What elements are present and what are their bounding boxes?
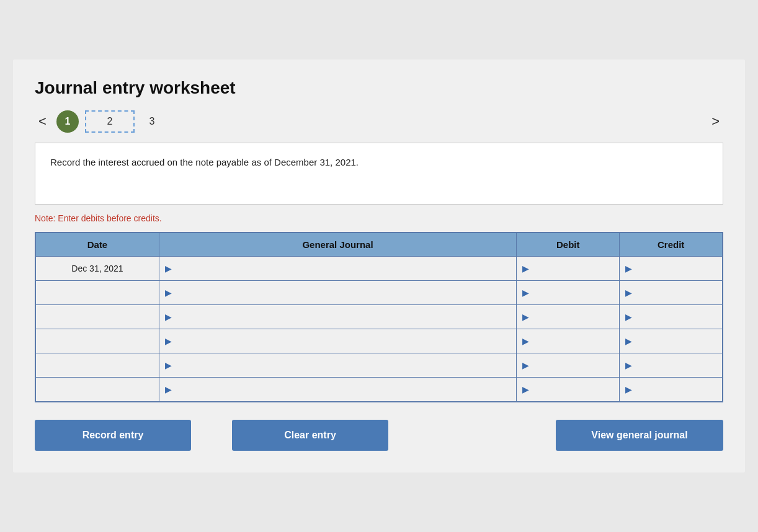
debit-arrow-icon: ▶ [519, 384, 529, 394]
debit-arrow-icon: ▶ [519, 264, 529, 273]
credit-cell[interactable]: ▶ [620, 378, 723, 402]
date-cell [35, 305, 159, 329]
view-general-journal-button[interactable]: View general journal [556, 420, 723, 451]
buttons-row: Record entry Clear entry View general jo… [35, 420, 723, 451]
debit-cell[interactable]: ▶ [517, 305, 620, 329]
row-arrow-icon: ▶ [162, 264, 172, 273]
clear-entry-button[interactable]: Clear entry [232, 420, 388, 451]
record-entry-button[interactable]: Record entry [35, 420, 191, 451]
journal-input[interactable] [172, 353, 516, 377]
row-arrow-icon: ▶ [162, 360, 172, 370]
journal-input[interactable] [172, 305, 516, 329]
date-cell [35, 353, 159, 378]
credit-arrow-icon: ▶ [622, 288, 632, 298]
credit-cell[interactable]: ▶ [620, 281, 723, 305]
credit-input[interactable] [632, 329, 722, 353]
debit-input[interactable] [529, 329, 619, 353]
debit-input[interactable] [529, 257, 619, 280]
credit-cell[interactable]: ▶ [620, 257, 723, 281]
journal-input[interactable] [172, 257, 516, 280]
table-row: Dec 31, 2021▶▶▶ [35, 257, 723, 281]
journal-input[interactable] [172, 329, 516, 353]
credit-cell[interactable]: ▶ [620, 305, 723, 329]
debit-cell[interactable]: ▶ [517, 329, 620, 353]
step-navigation: < 1 2 3 > [35, 110, 723, 133]
date-cell: Dec 31, 2021 [35, 257, 159, 281]
debit-arrow-icon: ▶ [519, 360, 529, 370]
debit-arrow-icon: ▶ [519, 336, 529, 346]
table-row: ▶▶▶ [35, 281, 723, 305]
table-row: ▶▶▶ [35, 353, 723, 378]
table-row: ▶▶▶ [35, 305, 723, 329]
credit-input[interactable] [632, 281, 722, 304]
col-header-debit: Debit [517, 233, 620, 257]
row-arrow-icon: ▶ [162, 288, 172, 298]
table-row: ▶▶▶ [35, 378, 723, 402]
debit-arrow-icon: ▶ [519, 312, 529, 322]
credit-input[interactable] [632, 378, 722, 401]
instruction-box: Record the interest accrued on the note … [35, 143, 723, 205]
credit-cell[interactable]: ▶ [620, 353, 723, 378]
debit-input[interactable] [529, 353, 619, 377]
credit-arrow-icon: ▶ [622, 312, 632, 322]
row-arrow-icon: ▶ [162, 312, 172, 322]
date-cell [35, 329, 159, 353]
journal-input[interactable] [172, 281, 516, 304]
credit-cell[interactable]: ▶ [620, 329, 723, 353]
debit-input[interactable] [529, 305, 619, 329]
note-text: Note: Enter debits before credits. [35, 213, 723, 223]
debit-input[interactable] [529, 378, 619, 401]
credit-input[interactable] [632, 257, 722, 280]
date-cell [35, 281, 159, 305]
main-container: Journal entry worksheet < 1 2 3 > Record… [13, 60, 745, 472]
debit-arrow-icon: ▶ [519, 288, 529, 298]
credit-input[interactable] [632, 305, 722, 329]
debit-cell[interactable]: ▶ [517, 353, 620, 378]
journal-cell[interactable]: ▶ [159, 353, 516, 378]
prev-arrow[interactable]: < [35, 112, 50, 131]
journal-cell[interactable]: ▶ [159, 305, 516, 329]
col-header-credit: Credit [620, 233, 723, 257]
journal-cell[interactable]: ▶ [159, 329, 516, 353]
credit-input[interactable] [632, 353, 722, 377]
step-2-box[interactable]: 2 [85, 110, 135, 133]
instruction-text: Record the interest accrued on the note … [50, 157, 359, 167]
credit-arrow-icon: ▶ [622, 360, 632, 370]
debit-cell[interactable]: ▶ [517, 281, 620, 305]
debit-cell[interactable]: ▶ [517, 378, 620, 402]
journal-cell[interactable]: ▶ [159, 281, 516, 305]
date-cell [35, 378, 159, 402]
journal-cell[interactable]: ▶ [159, 378, 516, 402]
credit-arrow-icon: ▶ [622, 384, 632, 394]
col-header-date: Date [35, 233, 159, 257]
page-title: Journal entry worksheet [35, 78, 723, 98]
journal-table: Date General Journal Debit Credit Dec 31… [35, 232, 723, 402]
credit-arrow-icon: ▶ [622, 336, 632, 346]
journal-cell[interactable]: ▶ [159, 257, 516, 281]
table-row: ▶▶▶ [35, 329, 723, 353]
row-arrow-icon: ▶ [162, 384, 172, 394]
next-arrow[interactable]: > [708, 112, 723, 131]
debit-cell[interactable]: ▶ [517, 257, 620, 281]
step-3-plain[interactable]: 3 [141, 110, 163, 133]
journal-input[interactable] [172, 378, 516, 401]
step-1-circle[interactable]: 1 [56, 110, 79, 133]
debit-input[interactable] [529, 281, 619, 304]
table-header-row: Date General Journal Debit Credit [35, 233, 723, 257]
col-header-journal: General Journal [159, 233, 516, 257]
row-arrow-icon: ▶ [162, 336, 172, 346]
credit-arrow-icon: ▶ [622, 264, 632, 273]
